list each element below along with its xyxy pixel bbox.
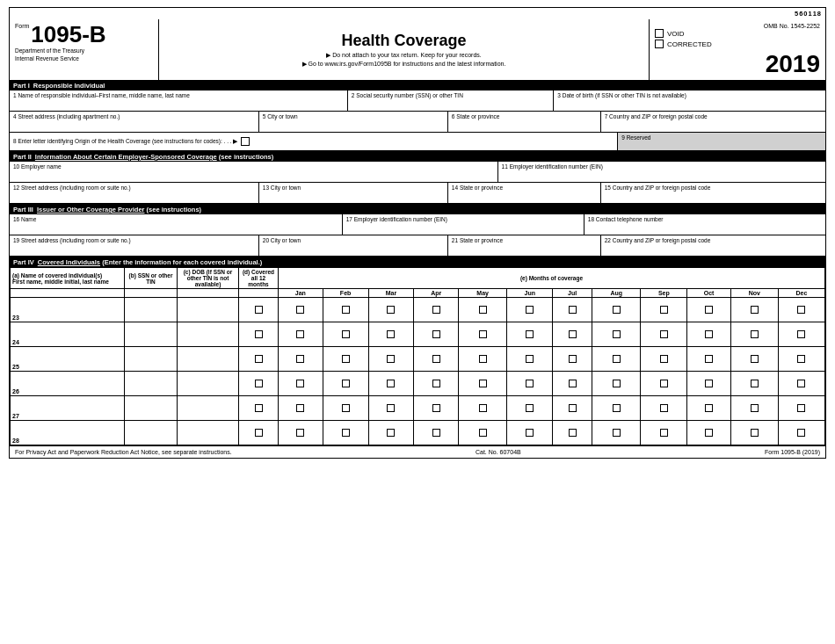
field-1-value[interactable]	[13, 98, 344, 109]
month-checkbox-26-9[interactable]	[660, 380, 668, 387]
row-25-month-4[interactable]	[414, 347, 459, 372]
row-24-month-4[interactable]	[414, 322, 459, 347]
row-25-month-12[interactable]	[778, 347, 824, 372]
month-checkbox-25-10[interactable]	[705, 355, 713, 363]
row-27-month-2[interactable]	[323, 396, 368, 421]
field-14-value[interactable]	[452, 191, 597, 201]
row-23-month-6[interactable]	[507, 298, 553, 322]
month-checkbox-23-6[interactable]	[526, 306, 534, 314]
row-23-covered[interactable]	[239, 298, 279, 322]
month-checkbox-23-12[interactable]	[797, 306, 805, 314]
row-27-name[interactable]: 27	[11, 396, 125, 421]
row-23-month-2[interactable]	[323, 298, 368, 322]
row-27-month-12[interactable]	[778, 396, 824, 421]
row-25-month-11[interactable]	[730, 347, 778, 372]
row-23-month-5[interactable]	[459, 298, 507, 322]
row-25-month-8[interactable]	[592, 347, 641, 372]
row-23-name[interactable]: 23	[11, 298, 125, 322]
row-26-month-7[interactable]	[553, 372, 592, 396]
row-25-month-1[interactable]	[279, 347, 323, 372]
row-27-covered[interactable]	[239, 396, 279, 421]
month-checkbox-26-1[interactable]	[296, 380, 304, 387]
row-25-ssn[interactable]	[125, 347, 178, 372]
month-checkbox-25-2[interactable]	[342, 355, 350, 363]
field-10-value[interactable]	[13, 170, 494, 180]
field-2-value[interactable]	[352, 98, 550, 109]
row-23-month-1[interactable]	[279, 298, 323, 322]
field-4-value[interactable]	[13, 119, 255, 130]
month-checkbox-23-3[interactable]	[387, 306, 395, 314]
row-25-month-9[interactable]	[641, 347, 687, 372]
row-24-month-2[interactable]	[323, 322, 368, 347]
month-checkbox-23-10[interactable]	[705, 306, 713, 314]
month-checkbox-23-11[interactable]	[751, 306, 759, 314]
row-24-dob[interactable]	[178, 322, 239, 347]
month-checkbox-24-11[interactable]	[751, 330, 759, 338]
row-23-month-8[interactable]	[592, 298, 641, 322]
month-checkbox-24-2[interactable]	[342, 330, 350, 338]
covered-checkbox-24[interactable]	[255, 330, 263, 338]
covered-checkbox-23[interactable]	[255, 306, 263, 314]
month-checkbox-27-12[interactable]	[797, 404, 805, 412]
void-checkbox[interactable]	[655, 29, 664, 38]
field-7-value[interactable]	[605, 119, 822, 130]
month-checkbox-23-4[interactable]	[432, 306, 440, 314]
month-checkbox-26-4[interactable]	[432, 380, 440, 387]
row-25-month-5[interactable]	[459, 347, 507, 372]
row-26-month-3[interactable]	[368, 372, 414, 396]
month-checkbox-24-5[interactable]	[479, 330, 487, 338]
row-25-month-10[interactable]	[687, 347, 731, 372]
month-checkbox-28-9[interactable]	[660, 429, 668, 437]
row-26-month-11[interactable]	[730, 372, 778, 396]
month-checkbox-28-8[interactable]	[613, 429, 621, 437]
month-checkbox-27-10[interactable]	[705, 404, 713, 412]
month-checkbox-25-5[interactable]	[479, 355, 487, 363]
field-22-value[interactable]	[605, 243, 822, 254]
row-24-month-11[interactable]	[730, 322, 778, 347]
month-checkbox-25-11[interactable]	[751, 355, 759, 363]
row-27-month-7[interactable]	[553, 396, 592, 421]
month-checkbox-27-9[interactable]	[660, 404, 668, 412]
row-25-covered[interactable]	[239, 347, 279, 372]
row-23-month-11[interactable]	[730, 298, 778, 322]
month-checkbox-23-9[interactable]	[660, 306, 668, 314]
row-24-month-12[interactable]	[778, 322, 824, 347]
row-26-covered[interactable]	[239, 372, 279, 396]
row-27-month-10[interactable]	[687, 396, 731, 421]
month-checkbox-26-10[interactable]	[705, 380, 713, 387]
field-17-value[interactable]	[346, 222, 580, 233]
month-checkbox-28-4[interactable]	[432, 429, 440, 437]
row-28-month-4[interactable]	[414, 421, 459, 445]
field-15-value[interactable]	[605, 191, 822, 201]
month-checkbox-28-1[interactable]	[296, 429, 304, 437]
row-28-month-6[interactable]	[507, 421, 553, 445]
row-23-month-7[interactable]	[553, 298, 592, 322]
row-26-month-2[interactable]	[323, 372, 368, 396]
row-24-month-7[interactable]	[553, 322, 592, 347]
month-checkbox-28-2[interactable]	[342, 429, 350, 437]
row-24-month-10[interactable]	[687, 322, 731, 347]
row-26-month-4[interactable]	[414, 372, 459, 396]
month-checkbox-27-8[interactable]	[613, 404, 621, 412]
covered-checkbox-25[interactable]	[255, 355, 263, 363]
month-checkbox-25-12[interactable]	[797, 355, 805, 363]
field-18-value[interactable]	[588, 222, 822, 233]
month-checkbox-25-8[interactable]	[613, 355, 621, 363]
corrected-checkbox[interactable]	[655, 40, 664, 48]
month-checkbox-26-12[interactable]	[797, 380, 805, 387]
month-checkbox-23-5[interactable]	[479, 306, 487, 314]
month-checkbox-28-10[interactable]	[705, 429, 713, 437]
month-checkbox-27-3[interactable]	[387, 404, 395, 412]
row-28-month-10[interactable]	[687, 421, 731, 445]
month-checkbox-27-2[interactable]	[342, 404, 350, 412]
month-checkbox-24-3[interactable]	[387, 330, 395, 338]
field-3-value[interactable]	[557, 98, 822, 109]
row-24-month-8[interactable]	[592, 322, 641, 347]
row-23-month-4[interactable]	[414, 298, 459, 322]
row-25-month-6[interactable]	[507, 347, 553, 372]
month-checkbox-24-4[interactable]	[432, 330, 440, 338]
month-checkbox-25-6[interactable]	[526, 355, 534, 363]
row-23-month-12[interactable]	[778, 298, 824, 322]
month-checkbox-27-4[interactable]	[432, 404, 440, 412]
covered-checkbox-28[interactable]	[255, 429, 263, 437]
